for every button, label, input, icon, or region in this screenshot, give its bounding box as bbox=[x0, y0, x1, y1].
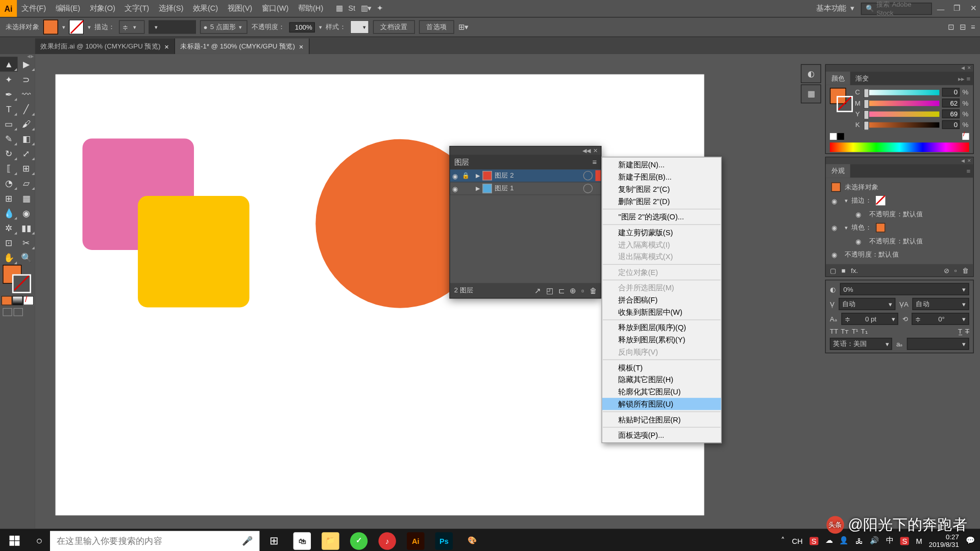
curvature-tool[interactable]: 〰 bbox=[17, 86, 35, 101]
document-tab[interactable]: 未标题-1* @ 150% (CMYK/GPU 预览)× bbox=[175, 38, 310, 54]
hand-tool[interactable]: ✋ bbox=[0, 250, 17, 265]
brush-definition[interactable]: ●5 点圆形▾ bbox=[200, 20, 248, 34]
add-effect-icon[interactable]: fx. bbox=[851, 266, 858, 274]
context-menu-item[interactable]: 建立剪切蒙版(S) bbox=[602, 227, 721, 239]
taskbar-photoshop[interactable]: Ps bbox=[430, 529, 458, 551]
expand-icon[interactable]: ▶ bbox=[476, 172, 482, 179]
expand-icon[interactable]: ▶ bbox=[476, 185, 482, 191]
tray-network-icon[interactable]: 🖧 bbox=[855, 537, 863, 545]
shaper-tool[interactable]: ✎ bbox=[0, 131, 17, 146]
pen-tool[interactable]: ✒ bbox=[0, 86, 17, 101]
tray-onedrive-icon[interactable]: ☁ bbox=[825, 536, 833, 545]
value-y[interactable]: 69 bbox=[942, 109, 960, 118]
new-sublayer-icon[interactable]: ⊏ bbox=[558, 286, 565, 295]
context-menu-item[interactable]: 轮廓化其它图层(U) bbox=[602, 386, 721, 398]
taskbar-search[interactable]: 在这里输入你要搜索的内容🎤 bbox=[50, 531, 259, 551]
visibility-icon[interactable]: ◉ bbox=[855, 237, 865, 245]
eyedropper-tool[interactable]: 💧 bbox=[0, 205, 17, 220]
slider-c[interactable] bbox=[864, 89, 939, 95]
visibility-icon[interactable]: ◉ bbox=[831, 251, 841, 259]
visibility-icon[interactable]: ◉ bbox=[831, 224, 841, 232]
slider-y[interactable] bbox=[864, 111, 939, 117]
arrange-icon[interactable]: ▥▾ bbox=[361, 4, 372, 13]
value-c[interactable]: 0 bbox=[942, 88, 960, 96]
add-fill-icon[interactable]: ■ bbox=[841, 266, 845, 274]
tracking-field[interactable]: 自动▾ bbox=[913, 298, 969, 310]
tray-clock[interactable]: 0:272019/8/31 bbox=[929, 533, 959, 549]
selection-tool[interactable]: ▲ bbox=[0, 57, 17, 71]
shape-yellow-square[interactable] bbox=[138, 196, 249, 307]
start-button[interactable] bbox=[0, 529, 29, 551]
baseline-field[interactable]: ≑0 pt▾ bbox=[841, 313, 898, 325]
context-menu-item[interactable]: 拼合图稿(F) bbox=[602, 294, 721, 306]
window-minimize[interactable]: — bbox=[933, 3, 948, 15]
visibility-icon[interactable]: ◉ bbox=[450, 172, 461, 180]
mesh-tool[interactable]: ⊞ bbox=[0, 190, 17, 205]
color-tab[interactable]: 颜色 bbox=[826, 71, 850, 85]
superscript-button[interactable]: T¹ bbox=[852, 328, 859, 335]
panel-menu-icon[interactable]: ≡ bbox=[961, 164, 973, 178]
value-m[interactable]: 62 bbox=[942, 98, 960, 107]
context-menu-item[interactable]: 删除"图层 2"(D) bbox=[602, 195, 721, 208]
taskbar-explorer[interactable]: 📁 bbox=[316, 529, 345, 551]
new-layer-icon2[interactable]: ▫ bbox=[581, 286, 584, 295]
slice-tool[interactable]: ✂ bbox=[17, 235, 35, 250]
visibility-icon[interactable]: ◉ bbox=[831, 197, 841, 205]
underline-button[interactable]: T̲ bbox=[958, 328, 962, 335]
slider-k[interactable] bbox=[864, 122, 939, 128]
panel-menu-icon[interactable]: ≡ bbox=[971, 22, 975, 31]
document-tab[interactable]: 效果封面.ai @ 100% (CMYK/GPU 预览)× bbox=[35, 38, 175, 54]
delete-icon[interactable]: 🗑 bbox=[962, 266, 969, 274]
blend-tool[interactable]: ◉ bbox=[17, 205, 35, 220]
language-dropdown[interactable]: 英语：美国▾ bbox=[830, 338, 892, 350]
expand-icon[interactable]: ▾ bbox=[845, 224, 847, 231]
workspace-switcher[interactable]: 基本功能▾ bbox=[811, 2, 860, 15]
expand-icon[interactable]: ▾ bbox=[845, 197, 847, 204]
transform-icon[interactable]: ⊡ bbox=[948, 22, 954, 31]
layers-tab[interactable]: 图层 bbox=[454, 157, 469, 167]
menu-type[interactable]: 文字(T) bbox=[120, 0, 154, 17]
side-swatches-icon[interactable]: ▦ bbox=[801, 85, 821, 104]
taskbar-paint[interactable]: 🎨 bbox=[458, 529, 487, 551]
direct-selection-tool[interactable]: ▶ bbox=[17, 57, 35, 71]
target-icon[interactable] bbox=[583, 171, 593, 181]
context-menu-item[interactable]: 新建子图层(B)... bbox=[602, 171, 721, 183]
menu-window[interactable]: 窗口(W) bbox=[257, 0, 293, 17]
gradient-tab[interactable]: 渐变 bbox=[850, 71, 875, 85]
window-restore[interactable]: ❐ bbox=[949, 3, 964, 15]
context-menu-item[interactable]: "图层 2"的选项(O)... bbox=[602, 211, 721, 223]
context-menu-item[interactable]: 面板选项(P)... bbox=[602, 429, 721, 441]
cortana-button[interactable]: ○ bbox=[29, 535, 50, 547]
paintbrush-tool[interactable]: 🖌 bbox=[17, 116, 35, 131]
context-menu-item[interactable]: 模板(T) bbox=[602, 361, 721, 373]
duplicate-icon[interactable]: ▫ bbox=[954, 266, 957, 274]
taskbar-illustrator[interactable]: Ai bbox=[401, 529, 430, 551]
visibility-icon[interactable]: ◉ bbox=[855, 210, 865, 218]
close-icon[interactable]: ✕ bbox=[967, 158, 971, 164]
stroke-weight-field[interactable]: ≑▾ bbox=[119, 20, 144, 34]
tray-volume-icon[interactable]: 🔊 bbox=[870, 536, 879, 545]
tray-ime-mode[interactable]: 中 bbox=[886, 536, 894, 546]
menu-file[interactable]: 文件(F) bbox=[17, 0, 51, 17]
gpu-icon[interactable]: ✦ bbox=[377, 4, 383, 13]
free-transform-tool[interactable]: ⊞ bbox=[17, 161, 35, 176]
spectrum-picker[interactable] bbox=[830, 142, 969, 152]
taskbar-netease[interactable]: ♪ bbox=[373, 529, 402, 551]
chevron-down-icon[interactable]: ▾ bbox=[62, 24, 65, 30]
smallcaps-button[interactable]: Tᴛ bbox=[841, 328, 849, 335]
bridge-icon[interactable]: ▦ bbox=[336, 4, 342, 13]
menu-help[interactable]: 帮助(H) bbox=[293, 0, 328, 17]
opacity-field[interactable] bbox=[289, 22, 315, 32]
target-icon[interactable] bbox=[583, 184, 593, 193]
add-stroke-icon[interactable]: ▢ bbox=[830, 266, 836, 274]
layer-name[interactable]: 图层 1 bbox=[492, 184, 583, 193]
column-graph-tool[interactable]: ▮▮ bbox=[17, 220, 35, 235]
collapse-icon[interactable]: ◀ bbox=[961, 65, 965, 71]
context-menu-item[interactable]: 粘贴时记住图层(R) bbox=[602, 413, 721, 425]
menu-view[interactable]: 视图(V) bbox=[223, 0, 257, 17]
stock-icon[interactable]: St bbox=[348, 4, 355, 13]
eraser-tool[interactable]: ◧ bbox=[17, 131, 35, 146]
toolbox-stroke[interactable] bbox=[12, 274, 31, 293]
color-fill-stroke[interactable] bbox=[830, 88, 851, 115]
tray-chevron-icon[interactable]: ˄ bbox=[781, 536, 785, 545]
